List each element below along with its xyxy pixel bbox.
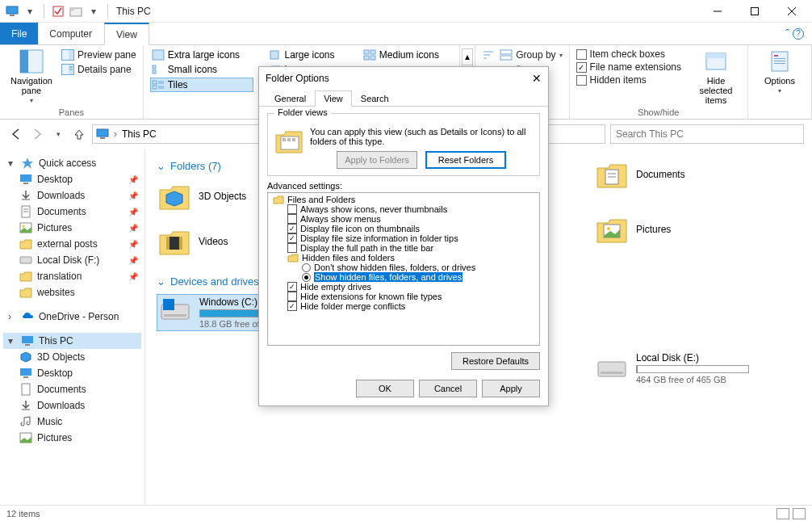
tree-hidden-files-folders[interactable]: Hidden files and folders bbox=[270, 253, 538, 263]
sidebar-item-onedrive[interactable]: ›OneDrive - Person bbox=[3, 309, 141, 325]
search-box[interactable] bbox=[610, 124, 804, 144]
sidebar-item-local-disk-f[interactable]: Local Disk (F:)📌 bbox=[3, 252, 141, 268]
layout-extra-large[interactable]: Extra large icons bbox=[150, 48, 254, 61]
sidebar-item-this-pc[interactable]: ▾This PC bbox=[3, 333, 141, 349]
folder-views-desc: You can apply this view (such as Details… bbox=[310, 127, 533, 146]
sidebar-item-pictures2[interactable]: Pictures bbox=[3, 430, 141, 446]
svg-rect-47 bbox=[97, 129, 108, 137]
tree-dont-show-hidden[interactable]: Don't show hidden files, folders, or dri… bbox=[270, 263, 538, 272]
tree-always-menus[interactable]: Always show menus bbox=[270, 214, 538, 224]
restore-defaults-button[interactable]: Restore Defaults bbox=[451, 352, 540, 370]
ribbon-help[interactable]: ˆ ? bbox=[785, 23, 812, 44]
options-button[interactable]: Options ▾ bbox=[755, 48, 805, 95]
tab-view[interactable]: View bbox=[104, 23, 149, 45]
tree-display-file-icon[interactable]: Display file icon on thumbnails bbox=[270, 224, 538, 233]
dialog-close-button[interactable]: ✕ bbox=[532, 72, 542, 85]
tree-display-file-size[interactable]: Display file size information in folder … bbox=[270, 233, 538, 243]
apply-button[interactable]: Apply bbox=[482, 380, 540, 397]
tree-hide-empty[interactable]: Hide empty drives bbox=[270, 282, 538, 292]
svg-rect-84 bbox=[287, 138, 291, 141]
svg-rect-0 bbox=[6, 6, 18, 14]
sort-by-button[interactable] bbox=[482, 48, 495, 61]
hidden-items-toggle[interactable]: Hidden items bbox=[576, 74, 681, 86]
search-input[interactable] bbox=[616, 128, 798, 140]
tree-hide-merge[interactable]: Hide folder merge conflicts bbox=[270, 301, 538, 311]
preview-pane-button[interactable]: Preview pane bbox=[61, 48, 136, 61]
sidebar-item-desktop2[interactable]: Desktop bbox=[3, 365, 141, 381]
svg-rect-43 bbox=[774, 55, 778, 57]
checkbox-icon bbox=[576, 75, 587, 86]
showhide-group-label: Show/hide bbox=[576, 107, 741, 117]
sidebar-item-3d-objects[interactable]: 3D Objects bbox=[3, 349, 141, 365]
tab-computer[interactable]: Computer bbox=[38, 23, 104, 44]
svg-rect-61 bbox=[20, 368, 31, 376]
sidebar-item-downloads2[interactable]: Downloads bbox=[3, 397, 141, 414]
view-details-button[interactable] bbox=[776, 508, 789, 519]
properties-icon[interactable] bbox=[51, 4, 65, 19]
preview-pane-label: Preview pane bbox=[77, 49, 136, 61]
tree-always-icons[interactable]: Always show icons, never thumbnails bbox=[270, 204, 538, 214]
layout-large[interactable]: Large icons bbox=[266, 48, 348, 61]
view-large-button[interactable] bbox=[793, 508, 806, 519]
navigation-pane-button[interactable]: Navigation pane ▾ bbox=[6, 48, 57, 104]
sidebar-item-music[interactable]: Music bbox=[3, 414, 141, 430]
advanced-settings-tree[interactable]: Files and Folders Always show icons, nev… bbox=[267, 192, 540, 346]
forward-button[interactable] bbox=[29, 126, 45, 142]
layout-small[interactable]: Small icons bbox=[150, 63, 254, 76]
svg-rect-72 bbox=[163, 299, 174, 310]
small-icon bbox=[152, 63, 165, 76]
minimize-button[interactable] bbox=[699, 0, 736, 23]
maximize-button[interactable] bbox=[736, 0, 773, 23]
up-button[interactable] bbox=[71, 126, 87, 142]
ok-button[interactable]: OK bbox=[356, 380, 414, 397]
dialog-tab-view[interactable]: View bbox=[315, 90, 352, 107]
sidebar-item-documents[interactable]: Documents📌 bbox=[3, 204, 141, 220]
back-button[interactable] bbox=[8, 126, 24, 142]
recent-locations-button[interactable]: ▾ bbox=[50, 126, 66, 142]
tree-files-and-folders[interactable]: Files and Folders bbox=[270, 195, 538, 204]
details-pane-button[interactable]: Details pane bbox=[61, 63, 136, 76]
group-by-button[interactable]: Group by ▾ bbox=[500, 48, 562, 61]
apply-to-folders-button[interactable]: Apply to Folders bbox=[337, 151, 417, 169]
help-icon[interactable]: ? bbox=[793, 28, 804, 40]
svg-rect-19 bbox=[364, 50, 369, 54]
tab-file[interactable]: File bbox=[0, 23, 38, 44]
sidebar-quick-access[interactable]: ▾Quick access bbox=[3, 155, 141, 171]
file-name-extensions-toggle[interactable]: File name extensions bbox=[576, 61, 681, 73]
layout-medium[interactable]: Medium icons bbox=[362, 48, 453, 61]
collapse-ribbon-icon[interactable]: ˆ bbox=[785, 27, 789, 40]
svg-rect-46 bbox=[774, 63, 785, 64]
sidebar-item-translation[interactable]: translation📌 bbox=[3, 268, 141, 284]
cancel-button[interactable]: Cancel bbox=[419, 380, 477, 397]
tree-show-hidden[interactable]: Show hidden files, folders, and drives bbox=[270, 272, 538, 282]
svg-rect-58 bbox=[20, 257, 31, 263]
new-folder-icon[interactable] bbox=[69, 4, 83, 19]
svg-rect-18 bbox=[270, 51, 278, 59]
qat-menu-icon[interactable]: ▾ bbox=[86, 4, 101, 19]
hide-selected-button[interactable]: Hide selected items bbox=[691, 48, 741, 105]
sidebar-item-websites[interactable]: websites bbox=[3, 284, 141, 300]
panes-group-label: Panes bbox=[6, 107, 136, 117]
svg-point-57 bbox=[23, 225, 25, 228]
tile-local-e[interactable]: Local Disk (E:) 464 GB free of 465 GB bbox=[594, 351, 788, 386]
sidebar-item-desktop[interactable]: Desktop📌 bbox=[3, 171, 141, 187]
dialog-tab-search[interactable]: Search bbox=[352, 90, 398, 107]
reset-folders-button[interactable]: Reset Folders bbox=[425, 151, 506, 169]
tile-pictures[interactable]: Pictures bbox=[594, 212, 788, 247]
svg-rect-69 bbox=[179, 237, 182, 250]
close-button[interactable] bbox=[773, 0, 810, 23]
tree-hide-ext[interactable]: Hide extensions for known file types bbox=[270, 292, 538, 301]
tree-display-full-path[interactable]: Display the full path in the title bar bbox=[270, 243, 538, 253]
item-check-boxes-toggle[interactable]: Item check boxes bbox=[576, 48, 681, 60]
sidebar-item-pictures[interactable]: Pictures📌 bbox=[3, 220, 141, 236]
sidebar-item-downloads[interactable]: Downloads📌 bbox=[3, 187, 141, 204]
qat-dropdown-icon[interactable]: ▾ bbox=[23, 4, 37, 19]
preview-pane-icon bbox=[61, 48, 74, 61]
dialog-tab-general[interactable]: General bbox=[266, 90, 315, 107]
tile-documents[interactable]: Documents bbox=[594, 157, 788, 192]
sidebar-item-documents2[interactable]: Documents bbox=[3, 381, 141, 397]
pc-icon[interactable] bbox=[5, 4, 19, 19]
sidebar-item-external-posts[interactable]: external posts📌 bbox=[3, 236, 141, 252]
layout-tiles[interactable]: Tiles bbox=[150, 78, 254, 92]
layout-scroll-up[interactable]: ▴ bbox=[463, 49, 472, 65]
